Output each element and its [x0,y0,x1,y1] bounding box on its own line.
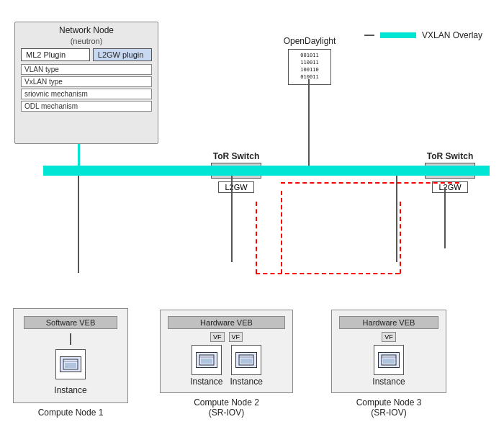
instance-icon-2b [231,345,261,375]
instance-svg-1: ··· [63,359,78,370]
compute-node-3-title: Compute Node 3(SR-IOV) [356,397,422,418]
vf-row-3: VF [382,332,396,342]
ml2-item-vlan: VLAN type [21,64,152,75]
plugins-row: ML2 Plugin L2GW plugin [21,48,152,61]
compute-node-2-title: Compute Node 2(SR-IOV) [194,397,259,418]
instance-col-2b: Instance [230,345,263,387]
tor-switch-1-l2gw: L2GW [218,181,253,193]
connector-c1-vxlan [78,176,79,273]
compute-node-2: Hardware VEB VF VF [160,310,293,418]
tor-switch-2-label: ToR Switch [410,151,490,161]
vf-label-3a: VF [382,332,396,342]
dashed-v-1 [256,202,257,274]
ml2-plugin-box: ML2 Plugin [21,48,90,61]
vf-label-2b: VF [229,332,243,342]
vxlan-label: VXLAN Overlay [422,30,482,40]
connector-nn-vxlan [78,144,80,167]
dashed-v-2 [400,202,401,274]
vf-row-2: VF VF [210,332,243,342]
network-node-title: Network Node [15,22,158,37]
dashed-line-tor [281,182,459,184]
ml2-item-sriov: sriovnic mechanism [21,89,152,99]
instance-icon-1: ··· [55,349,86,379]
compute-node-3: Hardware VEB VF Instance Compute Nod [331,310,446,418]
opendaylight-icon: 001011 110011 100110 010011 [288,49,331,85]
instance-screen-3 [378,352,400,368]
vf-label-2a: VF [210,332,225,342]
odl-icon-text: 001011 110011 100110 010011 [300,53,318,81]
opendaylight-box: OpenDaylight 001011 110011 100110 010011 [274,36,346,85]
instance-label-1: Instance [54,385,86,395]
diagram: VXLAN Overlay Network Node (neutron) ML2… [0,0,504,432]
ml2-item-vxlan: VxLAN type [21,76,152,87]
connector-veb-inst-1 [70,333,71,345]
svg-rect-9 [240,359,252,364]
svg-text:···: ··· [66,365,68,369]
instance-screen-1: ··· [60,356,81,372]
svg-rect-6 [201,359,212,364]
instance-icon-3 [374,345,404,375]
connector-odl-tor1 [308,79,310,166]
connector-tor1-c2 [231,187,233,259]
dashed-v-3 [281,191,282,274]
vxlan-overlay-bar [43,166,490,176]
svg-rect-12 [383,359,395,364]
compute-node-1: Software VEB ··· Instance Compute Node 1 [13,308,128,418]
ml2-items: VLAN type VxLAN type sriovnic mechanism … [21,64,152,112]
instance-label-2a: Instance [190,377,222,387]
instances-row-2: Instance Instance [190,345,263,387]
compute-node-1-veb: Software VEB [24,316,117,329]
network-node-box: Network Node (neutron) ML2 Plugin L2GW p… [14,22,158,144]
compute-node-1-box: Software VEB ··· Instance [13,308,128,403]
connector-c3-vxlan [396,176,397,262]
vxlan-legend: VXLAN Overlay [364,30,482,40]
compute-node-3-veb: Hardware VEB [339,316,438,329]
connector-tor2-c3 [444,187,446,248]
dashed-h-bottom [256,273,400,274]
ml2-item-odl: ODL mechanism [21,101,152,112]
l2gw-plugin-box: L2GW plugin [93,48,152,61]
vxlan-line [380,32,416,38]
instance-svg-2b [238,354,254,366]
compute-node-1-title: Compute Node 1 [38,408,104,418]
instance-col-3: Instance [372,345,405,387]
instance-screen-2b [235,352,257,368]
instance-svg-3 [381,354,397,366]
tor-switch-1-label: ToR Switch [193,151,279,161]
network-node-subtitle: (neutron) [15,37,158,45]
instance-label-3: Instance [372,377,405,387]
compute-node-3-box: Hardware VEB VF Instance [331,310,446,393]
instance-col-2a: Instance [190,345,222,387]
instance-label-2b: Instance [230,377,263,387]
opendaylight-label: OpenDaylight [274,36,346,46]
instance-screen-2a [196,352,217,368]
compute-node-2-veb: Hardware VEB [168,316,285,329]
instance-svg-2a [199,354,215,366]
legend-dash [364,35,374,36]
compute-node-2-box: Hardware VEB VF VF [160,310,293,393]
instance-icon-2a [192,345,222,375]
